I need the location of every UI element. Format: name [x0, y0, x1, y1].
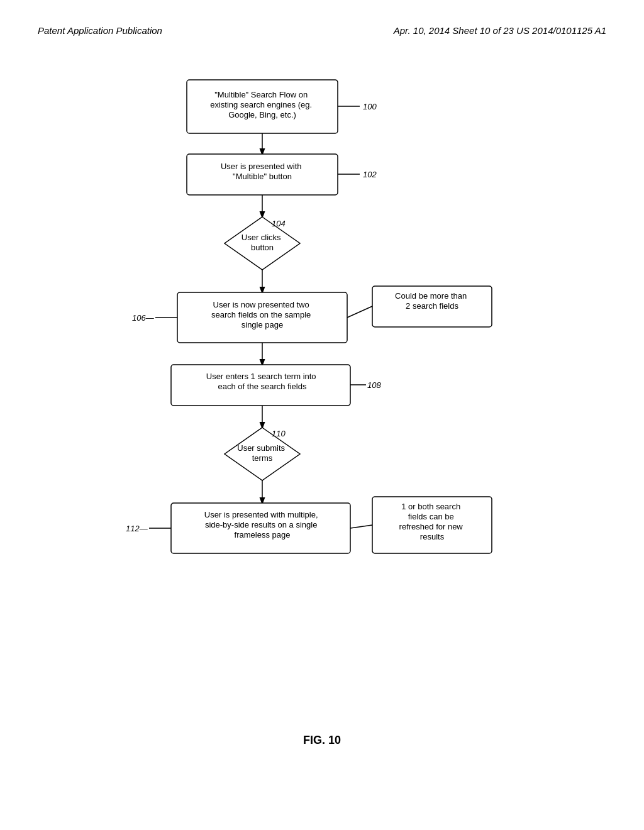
svg-text:104: 104 [272, 219, 286, 228]
svg-text:106—: 106— [132, 313, 155, 323]
page-header: Patent Application Publication Apr. 10, … [0, 0, 644, 48]
svg-text:112—: 112— [126, 524, 148, 533]
svg-text:100: 100 [363, 102, 377, 111]
patent-page: Patent Application Publication Apr. 10, … [0, 0, 644, 830]
svg-text:Could be more than
        2 s: Could be more than 2 search fields [395, 291, 469, 311]
svg-text:102: 102 [363, 170, 377, 179]
svg-text:User enters 1 search term into: User enters 1 search term into each of t… [206, 372, 318, 391]
header-right-text: Apr. 10, 2014 Sheet 10 of 23 US 2014/010… [394, 25, 606, 36]
svg-text:User is presented with
       : User is presented with "Multible" button [221, 162, 304, 181]
svg-line-37 [350, 525, 372, 528]
header-left-text: Patent Application Publication [38, 25, 162, 36]
diagram-area: "Multible" Search Flow on existing searc… [0, 48, 644, 760]
figure-caption: FIG. 10 [303, 734, 341, 747]
svg-line-20 [347, 306, 372, 318]
svg-text:108: 108 [367, 380, 381, 390]
flowchart-svg: "Multible" Search Flow on existing searc… [77, 61, 567, 728]
svg-text:110: 110 [272, 429, 286, 438]
